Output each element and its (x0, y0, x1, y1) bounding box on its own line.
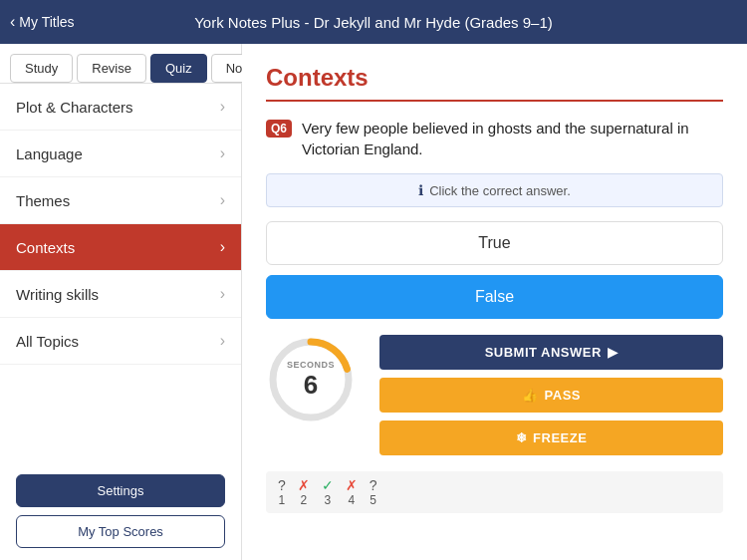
sidebar-item-themes[interactable]: Themes › (0, 177, 241, 224)
score-num-3: 3 (324, 493, 331, 507)
question-block: Q6 Very few people believed in ghosts an… (266, 118, 723, 159)
chevron-right-icon: › (220, 332, 225, 350)
sidebar-item-label: Plot & Characters (16, 99, 133, 116)
score-num-1: 1 (279, 493, 286, 507)
chevron-right-icon: › (220, 144, 225, 162)
settings-button[interactable]: Settings (16, 474, 225, 507)
sidebar-item-label: Writing skills (16, 286, 99, 303)
sidebar-item-writing-skills[interactable]: Writing skills › (0, 271, 241, 318)
pass-icon: 👍 (522, 388, 539, 403)
score-row: ? 1 ✗ 2 ✓ 3 ✗ 4 ? 5 (266, 471, 723, 513)
sidebar-item-label: Contexts (16, 239, 75, 256)
score-item-5: ? 5 (370, 477, 377, 507)
score-symbol-3: ✓ (322, 477, 334, 493)
page-title: Contexts (266, 64, 723, 102)
back-label: My Titles (19, 14, 74, 30)
sidebar-buttons: Settings My Top Scores (0, 462, 241, 560)
score-num-4: 4 (348, 493, 355, 507)
score-item-3: ✓ 3 (322, 477, 334, 507)
timer-value: 6 (304, 370, 318, 401)
sidebar: Study Revise Quiz Notes Plot & Character… (0, 44, 242, 560)
pass-label: PASS (545, 388, 581, 403)
submit-label: SUBMIT ANSWER (485, 345, 602, 360)
sidebar-item-label: Language (16, 145, 83, 162)
sidebar-item-label: Themes (16, 192, 70, 209)
score-symbol-4: ✗ (346, 477, 358, 493)
sidebar-item-label: All Topics (16, 333, 79, 350)
answer-false[interactable]: False (266, 275, 723, 319)
timer-container: SECONDS 6 (266, 335, 356, 424)
freeze-button[interactable]: ❄ FREEZE (379, 420, 723, 455)
pass-button[interactable]: 👍 PASS (379, 378, 723, 413)
header: ‹ My Titles York Notes Plus - Dr Jekyll … (0, 0, 747, 44)
back-button[interactable]: ‹ My Titles (10, 13, 75, 31)
sidebar-item-plot-characters[interactable]: Plot & Characters › (0, 84, 241, 131)
score-symbol-5: ? (370, 477, 377, 493)
tab-quiz[interactable]: Quiz (150, 54, 207, 83)
hint-bar: ℹ Click the correct answer. (266, 173, 723, 207)
main-content: Contexts Q6 Very few people believed in … (242, 44, 747, 560)
score-item-1: ? 1 (278, 477, 286, 507)
freeze-icon: ❄ (516, 430, 528, 445)
tab-study[interactable]: Study (10, 54, 73, 83)
chevron-right-icon: › (220, 285, 225, 303)
question-text: Very few people believed in ghosts and t… (302, 118, 723, 159)
sidebar-item-language[interactable]: Language › (0, 131, 241, 177)
nav-list: Plot & Characters › Language › Themes › … (0, 84, 241, 462)
top-scores-button[interactable]: My Top Scores (16, 515, 225, 548)
chevron-right-icon: › (220, 238, 225, 256)
freeze-label: FREEZE (533, 430, 587, 445)
score-item-4: ✗ 4 (346, 477, 358, 507)
score-num-5: 5 (370, 493, 376, 507)
score-symbol-1: ? (278, 477, 286, 493)
back-chevron-icon: ‹ (10, 13, 15, 31)
main-layout: Study Revise Quiz Notes Plot & Character… (0, 44, 747, 560)
answer-true[interactable]: True (266, 221, 723, 265)
tab-revise[interactable]: Revise (77, 54, 146, 83)
score-item-2: ✗ 2 (298, 477, 310, 507)
info-icon: ℹ (418, 182, 423, 198)
timer-label: SECONDS (287, 360, 335, 370)
question-badge: Q6 (266, 120, 292, 138)
hint-text: Click the correct answer. (429, 183, 571, 198)
sidebar-item-contexts[interactable]: Contexts › (0, 224, 241, 271)
chevron-right-icon: › (220, 98, 225, 116)
sidebar-item-all-topics[interactable]: All Topics › (0, 318, 241, 365)
timer-circle: SECONDS 6 (266, 335, 356, 424)
submit-icon: ▶ (608, 345, 619, 360)
score-num-2: 2 (300, 493, 307, 507)
header-title: York Notes Plus - Dr Jekyll and Mr Hyde … (16, 14, 731, 31)
tab-bar: Study Revise Quiz Notes (0, 44, 241, 84)
submit-answer-button[interactable]: SUBMIT ANSWER ▶ (379, 335, 723, 370)
bottom-section: SECONDS 6 SUBMIT ANSWER ▶ 👍 PASS ❄ FREEZ (266, 335, 723, 455)
chevron-right-icon: › (220, 191, 225, 209)
action-buttons: SUBMIT ANSWER ▶ 👍 PASS ❄ FREEZE (379, 335, 723, 455)
score-symbol-2: ✗ (298, 477, 310, 493)
